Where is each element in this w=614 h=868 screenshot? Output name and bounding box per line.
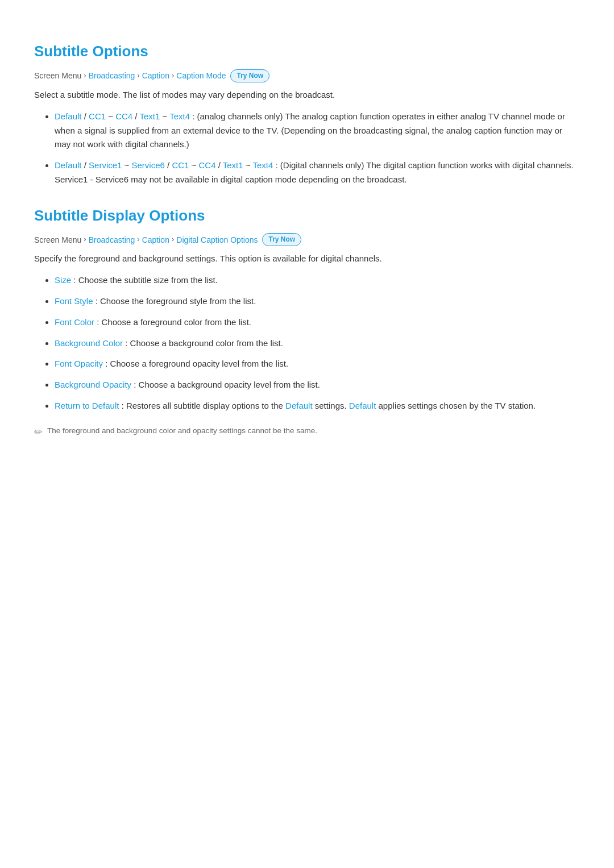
highlight-cc1b: CC1: [172, 160, 189, 170]
list-item: Background Opacity : Choose a background…: [55, 378, 580, 392]
list-item: Font Opacity : Choose a foreground opaci…: [55, 357, 580, 371]
list-item: Size : Choose the subtitle size from the…: [55, 273, 580, 288]
bg-color-text: : Choose a background color from the lis…: [125, 338, 283, 348]
highlight-text4a: Text4: [169, 111, 190, 121]
highlight-service6: Service6: [132, 160, 165, 170]
breadcrumb-link-broadcasting[interactable]: Broadcasting: [89, 69, 135, 82]
breadcrumb-separator-1: ›: [84, 70, 86, 82]
list-item: Font Style : Choose the foreground style…: [55, 294, 580, 309]
pencil-icon: ✏: [34, 424, 43, 441]
section1-title: Subtitle Options: [34, 40, 580, 64]
list-item: Font Color : Choose a foreground color f…: [55, 315, 580, 330]
highlight-size: Size: [55, 275, 71, 285]
size-text: : Choose the subtitle size from the list…: [73, 275, 217, 285]
highlight-default-inline1: Default: [285, 401, 313, 410]
try-now-badge-2[interactable]: Try Now: [262, 233, 301, 246]
note-text: The foreground and background color and …: [47, 425, 317, 437]
font-color-text: : Choose a foreground color from the lis…: [97, 317, 251, 327]
highlight-cc1: CC1: [89, 111, 106, 121]
breadcrumb2-link-digitalcaption[interactable]: Digital Caption Options: [176, 234, 258, 246]
section1-breadcrumb: Screen Menu › Broadcasting › Caption › C…: [34, 69, 580, 82]
bg-opacity-text: : Choose a background opacity level from…: [134, 380, 320, 389]
breadcrumb-separator-3: ›: [172, 70, 174, 82]
section1-list: Default / CC1 ~ CC4 / Text1 ~ Text4 : (a…: [34, 110, 580, 187]
breadcrumb-prefix: Screen Menu: [34, 69, 81, 82]
list-item: Return to Default : Restores all subtitl…: [55, 399, 580, 413]
highlight-text4b: Text4: [252, 160, 273, 170]
highlight-text1a: Text1: [139, 111, 160, 121]
breadcrumb2-prefix: Screen Menu: [34, 234, 81, 246]
breadcrumb2-separator-3: ›: [172, 234, 174, 246]
list-item: Default / Service1 ~ Service6 / CC1 ~ CC…: [55, 159, 580, 187]
breadcrumb-separator-2: ›: [137, 70, 139, 82]
highlight-default2: Default: [55, 160, 82, 170]
highlight-service1: Service1: [89, 160, 122, 170]
highlight-bg-opacity: Background Opacity: [55, 380, 131, 389]
highlight-cc4b: CC4: [199, 160, 216, 170]
breadcrumb-link-captionmode[interactable]: Caption Mode: [176, 69, 226, 82]
note-row: ✏ The foreground and background color an…: [34, 425, 580, 441]
section1-description: Select a subtitle mode. The list of mode…: [34, 88, 580, 102]
highlight-font-style: Font Style: [55, 296, 93, 306]
highlight-cc4: CC4: [115, 111, 132, 121]
breadcrumb2-link-broadcasting[interactable]: Broadcasting: [89, 234, 135, 246]
highlight-default-inline2: Default: [349, 401, 376, 410]
breadcrumb2-separator-2: ›: [137, 234, 139, 246]
section2-list: Size : Choose the subtitle size from the…: [34, 273, 580, 413]
font-opacity-text: : Choose a foreground opacity level from…: [105, 359, 288, 368]
highlight-font-color: Font Color: [55, 317, 94, 327]
breadcrumb-link-caption[interactable]: Caption: [142, 69, 169, 82]
highlight-default1: Default: [55, 111, 82, 121]
return-default-text: : Restores all subtitle display options …: [122, 401, 286, 410]
section2-title: Subtitle Display Options: [34, 204, 580, 228]
highlight-bg-color: Background Color: [55, 338, 123, 348]
highlight-text1b: Text1: [223, 160, 243, 170]
section2-breadcrumb: Screen Menu › Broadcasting › Caption › D…: [34, 233, 580, 246]
breadcrumb2-separator-1: ›: [84, 234, 86, 246]
highlight-font-opacity: Font Opacity: [55, 359, 103, 368]
list-item: Background Color : Choose a background c…: [55, 337, 580, 351]
list-item: Default / CC1 ~ CC4 / Text1 ~ Text4 : (a…: [55, 110, 580, 152]
breadcrumb2-link-caption[interactable]: Caption: [142, 234, 169, 246]
highlight-return-default: Return to Default: [55, 401, 119, 410]
font-style-text: : Choose the foreground style from the l…: [96, 296, 256, 306]
try-now-badge-1[interactable]: Try Now: [230, 69, 269, 82]
section2-description: Specify the foreground and background se…: [34, 252, 580, 265]
